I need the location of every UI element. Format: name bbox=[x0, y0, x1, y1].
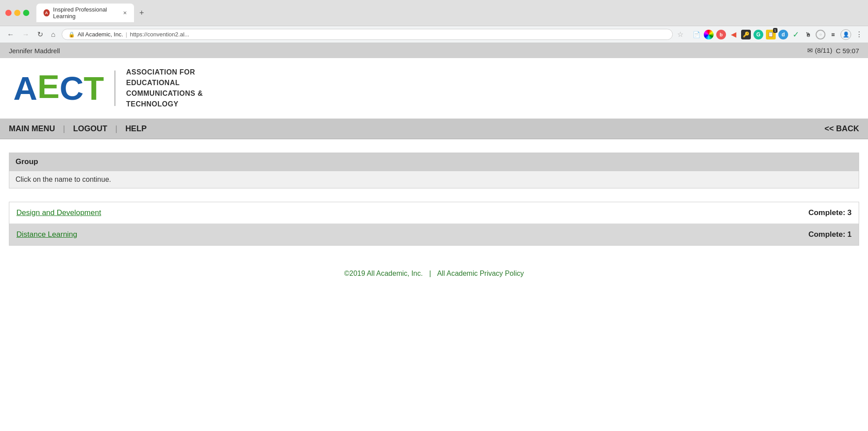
pocket-icon[interactable]: ◀ bbox=[729, 30, 738, 39]
group-info-table: Group Click on the name to continue. bbox=[9, 153, 859, 188]
header-right: ✉ (8/11) C 59:07 bbox=[807, 47, 859, 55]
group-header: Group bbox=[9, 153, 859, 171]
lock-icon: 🔒 bbox=[68, 31, 75, 38]
group-complete-distance: Complete: 1 bbox=[809, 230, 852, 239]
bitly-icon[interactable]: b bbox=[716, 30, 726, 39]
logo-letter-a: A bbox=[13, 69, 37, 107]
org-name-line2: EDUCATIONAL bbox=[126, 78, 203, 88]
org-name-line1: ASSOCIATION FOR bbox=[126, 67, 203, 78]
logo-letter-c: C bbox=[59, 69, 83, 107]
new-tab-button[interactable]: + bbox=[136, 8, 148, 19]
more-menu-button[interactable]: ⋮ bbox=[856, 30, 863, 39]
logout-link[interactable]: LOGOUT bbox=[67, 124, 114, 133]
page-icon[interactable]: 📄 bbox=[691, 30, 701, 39]
mail-info: ✉ (8/11) bbox=[807, 47, 832, 55]
nav-menu: MAIN MENU | LOGOUT | HELP << BACK bbox=[0, 119, 868, 139]
logo-letter-t: T bbox=[83, 69, 104, 107]
tab-title: Inspired Professional Learning bbox=[53, 6, 119, 20]
group-link-design[interactable]: Design and Development bbox=[16, 208, 101, 217]
group-complete-design: Complete: 3 bbox=[809, 208, 852, 217]
grammarly-icon[interactable]: G bbox=[754, 30, 763, 39]
site-header-bar: Jennifer Maddrell ✉ (8/11) C 59:07 bbox=[0, 43, 868, 58]
forward-nav-button[interactable]: → bbox=[20, 30, 31, 39]
reload-button[interactable]: ↻ bbox=[36, 29, 45, 39]
tab-bar: A Inspired Professional Learning ✕ + bbox=[36, 4, 148, 22]
groups-list: Design and Development Complete: 3 Dista… bbox=[9, 202, 859, 246]
list-item: Distance Learning Complete: 1 bbox=[9, 224, 859, 245]
toolbar-icons: 📄 b ◀ 🔑 G 📋 1 d ✓ 🖱 ○ ≡ 👤 ⋮ bbox=[691, 29, 863, 40]
minimize-button[interactable] bbox=[14, 10, 20, 16]
help-link[interactable]: HELP bbox=[119, 124, 153, 133]
ext2-icon[interactable]: d bbox=[778, 30, 788, 39]
cursor-icon[interactable]: 🖱 bbox=[803, 30, 813, 39]
bookmark-button[interactable]: ☆ bbox=[677, 30, 683, 39]
main-menu-link[interactable]: MAIN MENU bbox=[9, 124, 61, 133]
footer: ©2019 All Academic, Inc. | All Academic … bbox=[0, 259, 868, 288]
logo-divider bbox=[114, 71, 115, 106]
address-input[interactable]: 🔒 All Academic, Inc. | https://conventio… bbox=[62, 29, 673, 40]
footer-separator: | bbox=[429, 270, 431, 277]
org-name-line3: COMMUNICATIONS & bbox=[126, 88, 203, 99]
group-link-distance[interactable]: Distance Learning bbox=[16, 230, 77, 239]
lines-icon[interactable]: ≡ bbox=[828, 30, 838, 39]
main-content: Group Click on the name to continue. Des… bbox=[0, 139, 868, 259]
aect-logo: A E C T bbox=[13, 69, 104, 107]
privacy-policy-link[interactable]: All Academic Privacy Policy bbox=[437, 270, 524, 277]
tab-favicon: A bbox=[43, 9, 50, 16]
address-domain: All Academic, Inc. bbox=[78, 31, 123, 38]
group-subtext: Click on the name to continue. bbox=[9, 171, 859, 188]
user-name: Jennifer Maddrell bbox=[9, 47, 60, 55]
search-circle-icon[interactable]: ○ bbox=[816, 30, 825, 39]
maximize-button[interactable] bbox=[23, 10, 29, 16]
ext1-icon[interactable]: 📋 1 bbox=[766, 30, 776, 39]
traffic-lights bbox=[5, 10, 29, 16]
logo-letter-e: E bbox=[37, 67, 59, 106]
logo-area: A E C T ASSOCIATION FOR EDUCATIONAL COMM… bbox=[0, 58, 868, 119]
home-button[interactable]: ⌂ bbox=[49, 30, 57, 39]
tab-close-button[interactable]: ✕ bbox=[123, 10, 127, 16]
profile-icon[interactable]: 👤 bbox=[840, 29, 851, 40]
timer: C 59:07 bbox=[836, 47, 859, 55]
close-button[interactable] bbox=[5, 10, 12, 16]
back-nav-button[interactable]: ← bbox=[5, 30, 16, 39]
org-name: ASSOCIATION FOR EDUCATIONAL COMMUNICATIO… bbox=[126, 67, 203, 110]
org-name-line4: TECHNOLOGY bbox=[126, 99, 203, 110]
address-bar: ← → ↻ ⌂ 🔒 All Academic, Inc. | https://c… bbox=[0, 26, 868, 43]
footer-copyright: ©2019 All Academic, Inc. bbox=[344, 270, 422, 277]
nav-left: MAIN MENU | LOGOUT | HELP bbox=[9, 124, 153, 133]
active-tab[interactable]: A Inspired Professional Learning ✕ bbox=[36, 4, 134, 22]
key-icon[interactable]: 🔑 bbox=[741, 30, 751, 39]
back-link[interactable]: << BACK bbox=[825, 124, 859, 133]
address-url: https://convention2.al... bbox=[130, 31, 189, 38]
list-item: Design and Development Complete: 3 bbox=[9, 202, 859, 224]
check-icon[interactable]: ✓ bbox=[791, 30, 801, 39]
color-wheel-icon[interactable] bbox=[704, 30, 714, 39]
